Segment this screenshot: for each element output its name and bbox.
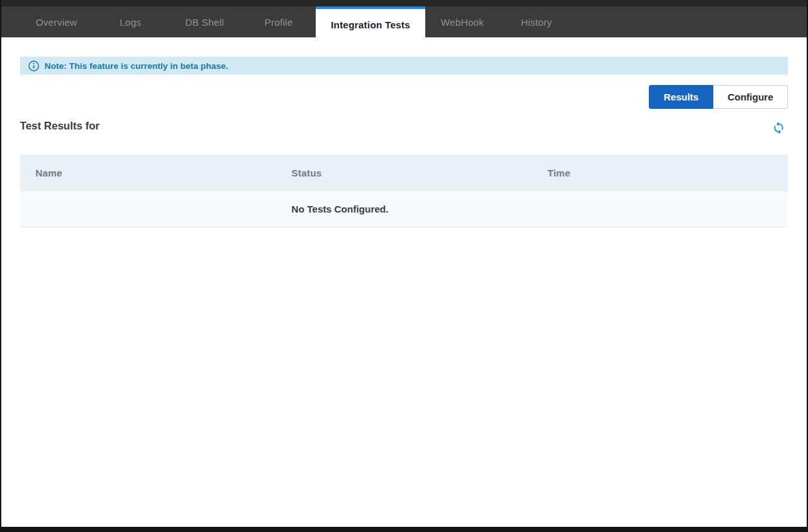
tab-bar: Overview Logs DB Shell Profile Integrati… [1, 6, 807, 37]
tab-profile[interactable]: Profile [242, 6, 316, 37]
view-toggle-row: Results Configure [20, 85, 788, 109]
tab-db-shell[interactable]: DB Shell [168, 6, 242, 37]
window-chrome-top [1, 0, 807, 6]
heading-row: Test Results for [20, 117, 788, 135]
page-title: Test Results for [20, 120, 99, 132]
tab-history[interactable]: History [499, 6, 573, 37]
beta-note-banner: Note: This feature is currently in beta … [20, 57, 788, 75]
table-header-row: Name Status Time [20, 155, 788, 191]
empty-state-row: No Tests Configured. [20, 191, 788, 227]
empty-state-text: No Tests Configured. [276, 204, 532, 214]
info-circle-icon [28, 61, 39, 71]
tab-integration-tests[interactable]: Integration Tests [316, 6, 425, 41]
column-header-status: Status [276, 167, 532, 178]
app-window: Overview Logs DB Shell Profile Integrati… [1, 0, 807, 527]
column-header-time: Time [532, 167, 788, 178]
test-results-table: Name Status Time No Tests Configured. [20, 155, 788, 227]
view-toggle: Results Configure [649, 85, 788, 109]
results-button[interactable]: Results [649, 85, 713, 109]
tab-webhook[interactable]: WebHook [425, 6, 499, 37]
content-area: Note: This feature is currently in beta … [1, 57, 807, 227]
window-chrome-bottom [0, 527, 808, 532]
configure-button[interactable]: Configure [713, 85, 788, 109]
tab-logs[interactable]: Logs [93, 6, 168, 37]
tab-overview[interactable]: Overview [19, 6, 93, 37]
refresh-sync-icon[interactable] [772, 121, 785, 135]
column-header-name: Name [20, 167, 276, 178]
note-text: Note: This feature is currently in beta … [44, 61, 228, 71]
